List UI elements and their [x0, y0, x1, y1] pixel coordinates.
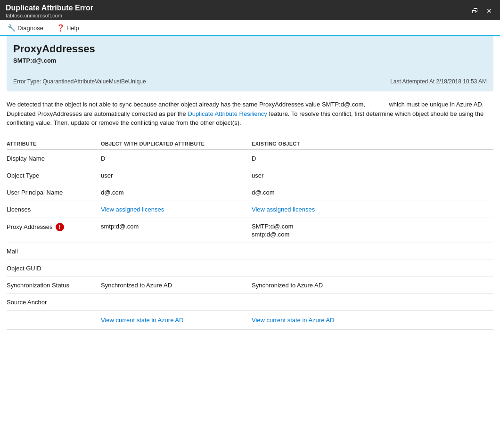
title-bar-controls: 🗗 ✕	[470, 6, 494, 16]
cell-duplicated-mail	[101, 243, 252, 260]
table-row-object-guid: Object GUID	[7, 260, 493, 277]
footer-existing-cell[interactable]: View current state in Azure AD	[252, 310, 493, 329]
restore-button[interactable]: 🗗	[470, 6, 480, 16]
cell-existing-licenses[interactable]: View assigned licenses	[252, 201, 493, 218]
header-meta: Error Type: QuarantinedAttributeValueMus…	[13, 78, 487, 85]
table-row-proxy-addresses: Proxy Addresses!smtp:d@.comSMTP:d@.comsm…	[7, 218, 493, 243]
cell-duplicated-proxy-addresses: smtp:d@.com	[101, 218, 252, 243]
cell-existing-mail	[252, 243, 493, 260]
wrench-icon: 🔧	[8, 24, 16, 32]
main-content: ProxyAddresses SMTP:d@.com Error Type: Q…	[0, 36, 500, 447]
footer-row: View current state in Azure ADView curre…	[7, 310, 493, 329]
cell-attribute-user-principal-name: User Principal Name	[7, 184, 101, 201]
help-label: Help	[66, 24, 79, 32]
table-row-mail: Mail	[7, 243, 493, 260]
cell-attribute-object-type: Object Type	[7, 167, 101, 184]
last-attempted: Last Attempted At 2/18/2018 10:53 AM	[390, 78, 487, 85]
menu-bar: 🔧 Diagnose ❓ Help	[0, 20, 500, 36]
cell-duplicated-source-anchor	[101, 293, 252, 310]
cell-existing-display-name: D	[252, 150, 493, 167]
cell-duplicated-object-guid	[101, 260, 252, 277]
view-current-state-duplicated-link[interactable]: View current state in Azure AD	[101, 317, 183, 324]
view-licenses-link-duplicated-licenses[interactable]: View assigned licenses	[101, 206, 164, 213]
title-bar-left: Duplicate Attribute Error fabtoso.onmicr…	[6, 4, 93, 18]
cell-attribute-sync-status: Synchronization Status	[7, 277, 101, 293]
table-header: ATTRIBUTE OBJECT WITH DUPLICATED ATTRIBU…	[7, 138, 493, 150]
cell-attribute-source-anchor: Source Anchor	[7, 293, 101, 310]
cell-existing-object-type: user	[252, 167, 493, 184]
cell-duplicated-sync-status: Synchronized to Azure AD	[101, 277, 252, 293]
table-row-user-principal-name: User Principal Named@.comd@.com	[7, 184, 493, 201]
table-row-source-anchor: Source Anchor	[7, 293, 493, 310]
proxy-cell: Proxy Addresses!	[7, 223, 97, 231]
cell-existing-source-anchor	[252, 293, 493, 310]
attribute-name-heading: ProxyAddresses	[13, 43, 487, 55]
close-button[interactable]: ✕	[484, 6, 494, 16]
footer-duplicated-cell[interactable]: View current state in Azure AD	[101, 310, 252, 329]
description-text: We detected that the object is not able …	[7, 100, 493, 128]
col-attribute: ATTRIBUTE	[7, 138, 101, 150]
title-bar-subtitle: fabtoso.onmicrosoft.com	[6, 13, 93, 18]
cell-duplicated-licenses[interactable]: View assigned licenses	[101, 201, 252, 218]
cell-existing-user-principal-name: d@.com	[252, 184, 493, 201]
cell-existing-sync-status: Synchronized to Azure AD	[252, 277, 493, 293]
title-bar: Duplicate Attribute Error fabtoso.onmicr…	[0, 0, 500, 20]
help-menu-item[interactable]: ❓ Help	[55, 23, 81, 33]
cell-attribute-proxy-addresses: Proxy Addresses!	[7, 218, 101, 243]
table-row-object-type: Object Typeuseruser	[7, 167, 493, 184]
header-section: ProxyAddresses SMTP:d@.com Error Type: Q…	[7, 36, 493, 91]
title-bar-title: Duplicate Attribute Error	[6, 4, 93, 12]
table-row-display-name: Display NameDD	[7, 150, 493, 167]
footer-attr-cell	[7, 310, 101, 329]
cell-existing-proxy-addresses: SMTP:d@.comsmtp:d@.com	[252, 218, 493, 243]
diagnose-menu-item[interactable]: 🔧 Diagnose	[6, 23, 45, 33]
cell-attribute-mail: Mail	[7, 243, 101, 260]
cell-existing-object-guid	[252, 260, 493, 277]
error-icon: !	[56, 223, 64, 231]
diagnose-label: Diagnose	[17, 24, 43, 32]
table-row-sync-status: Synchronization StatusSynchronized to Az…	[7, 277, 493, 293]
attributes-table: ATTRIBUTE OBJECT WITH DUPLICATED ATTRIBU…	[7, 138, 493, 330]
cell-duplicated-object-type: user	[101, 167, 252, 184]
col-duplicated: OBJECT WITH DUPLICATED ATTRIBUTE	[101, 138, 252, 150]
table-row-licenses: LicensesView assigned licensesView assig…	[7, 201, 493, 218]
cell-duplicated-user-principal-name: d@.com	[101, 184, 252, 201]
cell-attribute-object-guid: Object GUID	[7, 260, 101, 277]
cell-attribute-licenses: Licenses	[7, 201, 101, 218]
attribute-value: SMTP:d@.com	[13, 57, 487, 64]
table-header-row: ATTRIBUTE OBJECT WITH DUPLICATED ATTRIBU…	[7, 138, 493, 150]
cell-duplicated-display-name: D	[101, 150, 252, 167]
duplicate-attribute-resiliency-link[interactable]: Duplicate Attribute Resiliency	[188, 110, 267, 117]
table-body: Display NameDDObject TypeuseruserUser Pr…	[7, 150, 493, 330]
error-type: Error Type: QuarantinedAttributeValueMus…	[13, 78, 146, 85]
view-licenses-link-existing-licenses[interactable]: View assigned licenses	[252, 206, 315, 213]
col-existing: EXISTING OBJECT	[252, 138, 493, 150]
view-current-state-existing-link[interactable]: View current state in Azure AD	[252, 317, 334, 324]
help-icon: ❓	[57, 24, 65, 32]
cell-attribute-display-name: Display Name	[7, 150, 101, 167]
